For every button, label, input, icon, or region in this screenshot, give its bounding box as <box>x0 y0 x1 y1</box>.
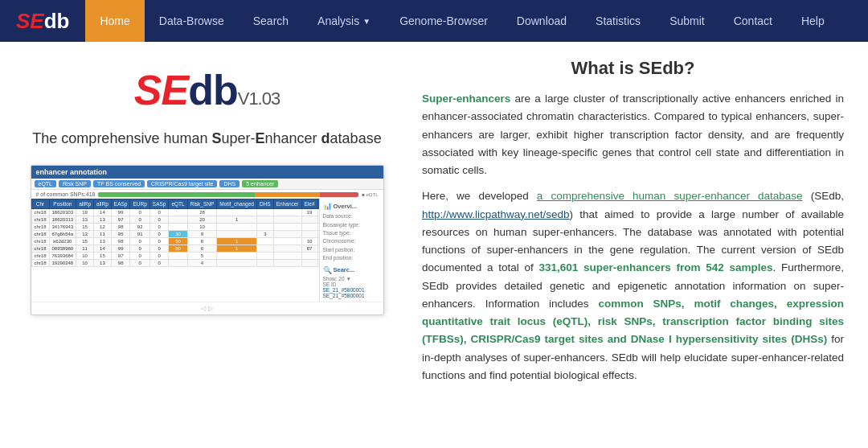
screenshot-image: enhancer annotation eQTL Risk SNP TF BS … <box>31 165 384 314</box>
navigation: SEdb Home Data-Browse Search Analysis ▼ … <box>0 0 868 42</box>
nav-contact[interactable]: Contact <box>719 0 787 42</box>
sample-count: 331,601 super-enhancers from 542 samples <box>538 261 772 273</box>
nav-help[interactable]: Help <box>787 0 839 42</box>
right-panel: What is SEdb? Super-enhancers are a larg… <box>406 42 868 409</box>
brand-version: V1.03 <box>238 88 280 109</box>
analysis-caret: ▼ <box>362 17 371 26</box>
logo: SEdb <box>0 9 85 34</box>
mini-tab-enhancer: 5 enhancer <box>242 180 278 187</box>
nav-search[interactable]: Search <box>239 0 303 42</box>
db-link1[interactable]: a comprehensive human super-enhancer dat… <box>537 190 803 202</box>
mini-tab-tfbs: TF BS conserved <box>93 180 145 187</box>
mini-tabs: eQTL Risk SNP TF BS conserved CRISPR/Cas… <box>31 179 383 190</box>
db-url[interactable]: http://www.licpathway.net/sedb <box>422 208 570 220</box>
section-title: What is SEdb? <box>422 58 844 79</box>
main-content: SEdbV1.03 The comprehensive human Super-… <box>0 42 868 409</box>
tagline: The comprehensive human Super-Enhancer d… <box>32 129 381 149</box>
mini-ui: enhancer annotation eQTL Risk SNP TF BS … <box>31 166 383 314</box>
mini-table-main: ChrPositionallRpallRpEASpEURpSASpeQTLRis… <box>31 199 319 301</box>
mini-tab-risksnp: Risk SNP <box>59 180 91 187</box>
mini-table-wrap: ChrPositionallRpallRpEASpEURpSASpeQTLRis… <box>31 199 383 301</box>
logo-db: db <box>44 9 70 34</box>
mini-header: enhancer annotation <box>31 166 383 179</box>
para2-start: Here, we developed <box>422 190 537 202</box>
nav-statistics[interactable]: Statistics <box>581 0 655 42</box>
mini-tab-crispr: CRISPR/Cas9 target site <box>147 180 217 187</box>
nav-data-browse[interactable]: Data-Browse <box>145 0 239 42</box>
mini-table: ChrPositionallRpallRpEASpEURpSASpeQTLRis… <box>31 199 319 267</box>
brand-title: SEdbV1.03 <box>134 67 280 113</box>
left-panel: SEdbV1.03 The comprehensive human Super-… <box>0 42 406 409</box>
para2-mid: (SEdb, <box>803 190 844 202</box>
nav-items: Home Data-Browse Search Analysis ▼ Genom… <box>85 0 838 42</box>
nav-download[interactable]: Download <box>502 0 581 42</box>
logo-se: SE <box>16 9 44 34</box>
nav-home[interactable]: Home <box>85 0 144 42</box>
nav-analysis[interactable]: Analysis ▼ <box>303 0 385 42</box>
brand-db: db <box>188 67 238 113</box>
mini-tab-eqtl: eQTL <box>35 180 57 187</box>
super-enhancers-label: Super-enhancers <box>422 92 510 105</box>
para1-text: are a large cluster of transcriptionally… <box>422 92 844 176</box>
nav-genome-browser[interactable]: Genome-Browser <box>385 0 502 42</box>
mini-tab-dhs: DHS <box>219 180 240 187</box>
brand-se: SE <box>134 67 188 113</box>
nav-submit[interactable]: Submit <box>655 0 719 42</box>
mini-side-panel: 📊 Overvi... Data source: Biosample type:… <box>319 199 383 301</box>
description: Super-enhancers are a large cluster of t… <box>422 90 844 384</box>
